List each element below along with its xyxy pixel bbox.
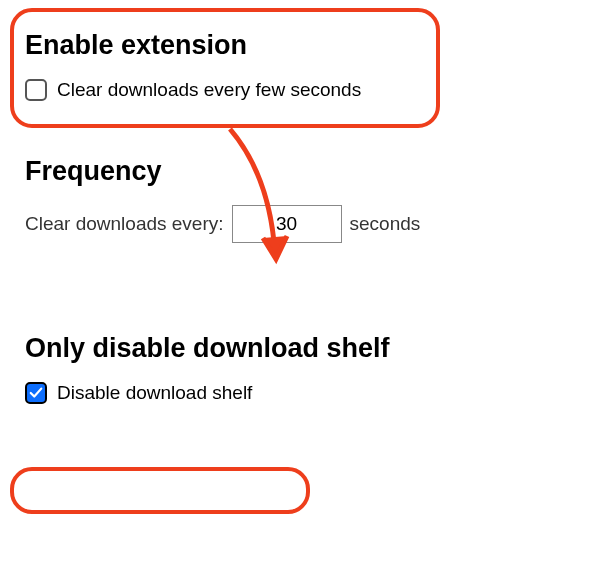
disable-shelf-checkbox[interactable] (25, 382, 47, 404)
frequency-heading: Frequency (25, 156, 580, 187)
frequency-section: Frequency Clear downloads every: seconds (20, 156, 580, 243)
clear-downloads-checkbox-row: Clear downloads every few seconds (25, 79, 580, 101)
disable-shelf-checkbox-row: Disable download shelf (25, 382, 580, 404)
enable-extension-section: Enable extension Clear downloads every f… (20, 20, 580, 101)
annotation-highlight-shelf (10, 467, 310, 514)
frequency-input[interactable] (232, 205, 342, 243)
check-icon (29, 386, 43, 400)
disable-shelf-label: Disable download shelf (57, 382, 252, 404)
clear-downloads-label: Clear downloads every few seconds (57, 79, 361, 101)
clear-downloads-checkbox[interactable] (25, 79, 47, 101)
frequency-row: Clear downloads every: seconds (25, 205, 580, 243)
enable-extension-heading: Enable extension (25, 30, 580, 61)
frequency-label-suffix: seconds (350, 213, 421, 235)
disable-shelf-heading: Only disable download shelf (25, 333, 580, 364)
disable-shelf-section: Only disable download shelf Disable down… (20, 333, 580, 404)
frequency-label-prefix: Clear downloads every: (25, 213, 224, 235)
